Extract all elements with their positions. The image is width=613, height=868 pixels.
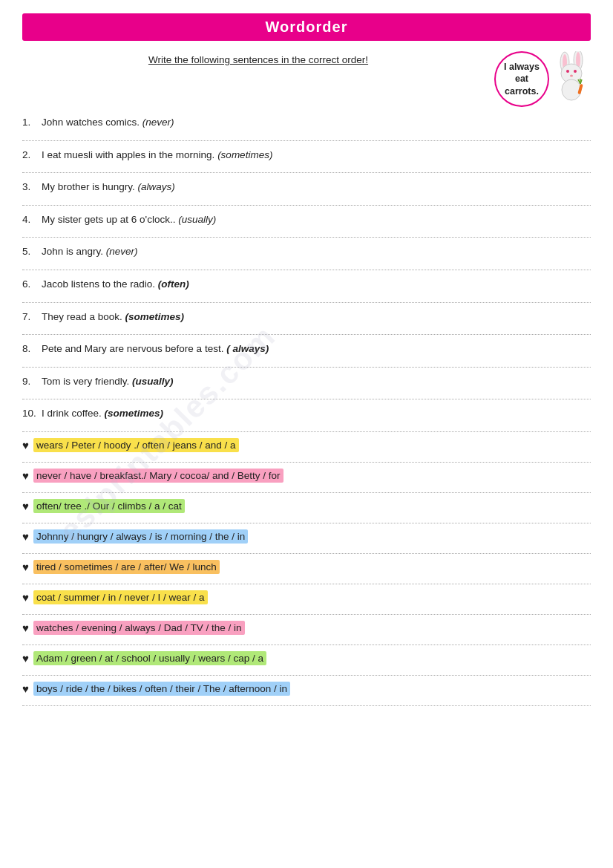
- item-sentence: My brother is hungry. (always): [42, 179, 175, 195]
- answer-line: [22, 636, 591, 645]
- svg-point-8: [562, 79, 581, 100]
- answer-line: [22, 515, 591, 523]
- scrambled-text: Adam / green / at / school / usually / w…: [33, 651, 266, 665]
- scrambled-text: wears / Peter / hoody ./ often / jeans /…: [33, 438, 239, 452]
- speech-bubble: I alwayseatcarrots.: [494, 51, 549, 107]
- scrambled-item: ♥tired / sometimes / are / after/ We / l…: [22, 560, 591, 574]
- answer-line: [22, 606, 591, 615]
- item-number: 4.: [22, 212, 39, 228]
- scrambled-item: ♥boys / ride / the / bikes / often / the…: [22, 682, 591, 696]
- scrambled-text: watches / evening / always / Dad / TV / …: [33, 621, 245, 635]
- scrambled-text: Johnny / hungry / always / is / morning …: [33, 529, 248, 544]
- scrambled-item: ♥wears / Peter / hoody ./ often / jeans …: [22, 438, 591, 452]
- title-bar: Wordorder: [22, 13, 591, 41]
- answer-line: [22, 359, 591, 368]
- heart-icon: ♥: [22, 530, 29, 543]
- answer-line: [22, 575, 591, 584]
- page-title: Wordorder: [266, 19, 348, 35]
- item-sentence: I drink coffee. (sometimes): [42, 405, 163, 422]
- heart-icon: ♥: [22, 652, 29, 665]
- scrambled-item: ♥Johnny / hungry / always / is / morning…: [22, 529, 591, 544]
- scrambled-text: coat / summer / in / never / I / wear / …: [33, 590, 208, 604]
- scrambled-item: ♥Adam / green / at / school / usually / …: [22, 651, 591, 665]
- item-sentence: Tom is very friendly. (usually): [42, 373, 174, 390]
- scrambled-text: often/ tree ./ Our / climbs / a / cat: [33, 499, 185, 513]
- heart-icon: ♥: [22, 682, 29, 695]
- scrambled-section: ♥wears / Peter / hoody ./ often / jeans …: [22, 438, 591, 706]
- heart-icon: ♥: [22, 439, 29, 451]
- answer-line: [22, 423, 591, 432]
- heart-icon: ♥: [22, 469, 29, 482]
- item-number: 9.: [22, 373, 39, 390]
- item-sentence: Jacob listens to the radio. (often): [42, 276, 189, 293]
- scrambled-text: tired / sometimes / are / after/ We / lu…: [33, 560, 220, 574]
- svg-point-7: [570, 75, 573, 77]
- svg-point-6: [574, 70, 577, 73]
- item-number: 7.: [22, 309, 39, 325]
- scrambled-item: ♥often/ tree ./ Our / climbs / a / cat: [22, 499, 591, 513]
- scrambled-item: ♥coat / summer / in / never / I / wear /…: [22, 590, 591, 604]
- answer-line: [22, 454, 591, 463]
- heart-icon: ♥: [22, 591, 29, 604]
- rabbit-icon: [554, 51, 591, 103]
- scrambled-item: ♥never / have / breakfast./ Mary / cocoa…: [22, 469, 591, 483]
- item-sentence: Pete and Mary are nervous before a test.…: [42, 341, 269, 357]
- answer-line: [22, 261, 591, 270]
- answer-line: [22, 229, 591, 238]
- item-sentence: They read a book. (sometimes): [42, 309, 184, 325]
- answer-line: [22, 326, 591, 335]
- item-number: 10.: [22, 405, 39, 422]
- numbered-section: 1.John watches comics. (never)2.I eat mu…: [22, 114, 591, 432]
- list-item: 4.My sister gets up at 6 o'clock.. (usua…: [22, 212, 591, 228]
- list-item: 5.John is angry. (never): [22, 244, 591, 260]
- item-number: 5.: [22, 244, 39, 260]
- heart-icon: ♥: [22, 561, 29, 573]
- rabbit-area: I alwayseatcarrots.: [494, 51, 591, 107]
- item-sentence: I eat muesli with apples in the morning.…: [42, 147, 272, 163]
- scrambled-text: boys / ride / the / bikes / often / thei…: [33, 682, 290, 696]
- item-number: 2.: [22, 147, 39, 163]
- list-item: 2.I eat muesli with apples in the mornin…: [22, 147, 591, 163]
- header-row: Write the following sentences in the cor…: [22, 51, 591, 107]
- list-item: 3.My brother is hungry. (always): [22, 179, 591, 195]
- item-number: 3.: [22, 179, 39, 195]
- item-number: 8.: [22, 341, 39, 357]
- answer-line: [22, 164, 591, 173]
- heart-icon: ♥: [22, 621, 29, 634]
- item-number: 1.: [22, 114, 39, 131]
- list-item: 6.Jacob listens to the radio. (often): [22, 276, 591, 293]
- answer-line: [22, 197, 591, 206]
- list-item: 7.They read a book. (sometimes): [22, 309, 591, 325]
- answer-line: [22, 667, 591, 676]
- item-sentence: John watches comics. (never): [42, 114, 174, 131]
- answer-line: [22, 391, 591, 399]
- item-number: 6.: [22, 276, 39, 293]
- answer-line: [22, 697, 591, 706]
- list-item: 9.Tom is very friendly. (usually): [22, 373, 591, 390]
- answer-line: [22, 484, 591, 493]
- list-item: 10.I drink coffee. (sometimes): [22, 405, 591, 422]
- answer-line: [22, 545, 591, 554]
- heart-icon: ♥: [22, 500, 29, 512]
- list-item: 1.John watches comics. (never): [22, 114, 591, 131]
- scrambled-text: never / have / breakfast./ Mary / cocoa/…: [33, 469, 283, 483]
- item-sentence: My sister gets up at 6 o'clock.. (usuall…: [42, 212, 216, 228]
- scrambled-item: ♥watches / evening / always / Dad / TV /…: [22, 621, 591, 635]
- item-sentence: John is angry. (never): [42, 244, 138, 260]
- answer-line: [22, 132, 591, 141]
- answer-line: [22, 294, 591, 303]
- list-item: 8.Pete and Mary are nervous before a tes…: [22, 341, 591, 357]
- svg-point-5: [566, 70, 569, 73]
- instruction-text: Write the following sentences in the cor…: [148, 50, 368, 65]
- bubble-text: I alwayseatcarrots.: [504, 61, 540, 97]
